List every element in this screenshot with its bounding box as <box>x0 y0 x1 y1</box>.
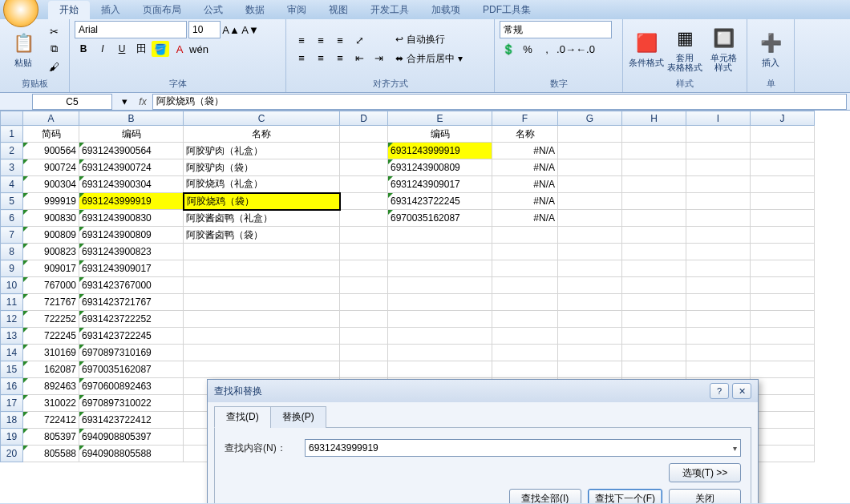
cell[interactable] <box>340 277 388 294</box>
row-header-11[interactable]: 11 <box>1 294 23 311</box>
row-header-4[interactable]: 4 <box>1 176 23 193</box>
cell[interactable] <box>340 361 388 378</box>
cell[interactable] <box>184 260 340 277</box>
cell[interactable]: 阿胶酱卤鸭（礼盒） <box>184 210 340 227</box>
col-header-B[interactable]: B <box>79 111 184 126</box>
fill-color-button[interactable]: 🪣 <box>152 41 169 57</box>
percent-button[interactable]: % <box>519 41 536 57</box>
cell[interactable]: #N/A <box>492 143 558 159</box>
cell[interactable] <box>558 143 622 159</box>
decrease-font-button[interactable]: A▼ <box>241 22 259 38</box>
cell[interactable]: 编码 <box>79 126 184 143</box>
cell[interactable] <box>492 345 558 361</box>
cell[interactable] <box>184 277 340 294</box>
cell[interactable]: 6931243909017 <box>79 260 184 277</box>
col-header-J[interactable]: J <box>751 111 815 126</box>
cell[interactable] <box>622 277 686 294</box>
cell[interactable] <box>751 143 815 159</box>
number-format-select[interactable] <box>500 21 612 38</box>
cell[interactable] <box>558 227 622 244</box>
underline-button[interactable]: U <box>113 41 131 57</box>
cell[interactable] <box>388 311 492 328</box>
row-header-1[interactable]: 1 <box>1 126 23 143</box>
cell[interactable] <box>340 311 388 328</box>
cell[interactable]: 892463 <box>23 378 79 395</box>
cell[interactable] <box>686 159 751 176</box>
row-header-16[interactable]: 16 <box>1 378 23 395</box>
decrease-indent-button[interactable]: ⇤ <box>350 50 368 66</box>
align-right-button[interactable]: ≡ <box>331 50 349 66</box>
cell[interactable]: 阿胶烧鸡（礼盒） <box>184 176 340 193</box>
cell[interactable] <box>558 126 622 143</box>
col-header-D[interactable]: D <box>340 111 388 126</box>
cell[interactable] <box>686 294 751 311</box>
cell[interactable] <box>751 126 815 143</box>
conditional-format-button[interactable]: 🟥条件格式 <box>628 22 665 75</box>
row-header-18[interactable]: 18 <box>1 412 23 429</box>
cell[interactable] <box>622 294 686 311</box>
cell[interactable] <box>751 193 815 210</box>
tab-formula[interactable]: 公式 <box>192 1 234 19</box>
cell[interactable] <box>340 244 388 260</box>
cell[interactable] <box>340 176 388 193</box>
copy-button[interactable]: ⧉ <box>45 41 63 57</box>
cell[interactable]: 6931423722245 <box>388 193 492 210</box>
cell[interactable]: 162087 <box>23 361 79 378</box>
name-box[interactable] <box>32 94 112 110</box>
cell[interactable] <box>622 345 686 361</box>
row-header-17[interactable]: 17 <box>1 395 23 412</box>
cell[interactable]: 722245 <box>23 328 79 345</box>
border-button[interactable]: 田 <box>132 41 150 57</box>
cell[interactable]: 6931243900809 <box>79 227 184 244</box>
cell[interactable]: 6931243909017 <box>388 176 492 193</box>
row-header-10[interactable]: 10 <box>1 277 23 294</box>
align-left-button[interactable]: ≡ <box>293 50 310 66</box>
col-header-I[interactable]: I <box>686 111 751 126</box>
cell[interactable] <box>558 345 622 361</box>
close-icon[interactable]: ✕ <box>732 383 751 399</box>
cell[interactable] <box>340 260 388 277</box>
find-what-input[interactable]: 6931243999919▾ <box>305 439 741 457</box>
cell[interactable] <box>686 345 751 361</box>
cell[interactable]: 900830 <box>23 210 79 227</box>
cell[interactable] <box>388 361 492 378</box>
chevron-down-icon[interactable]: ▾ <box>733 444 737 453</box>
cell[interactable]: 阿胶酱卤鸭（袋） <box>184 227 340 244</box>
cell[interactable]: 阿胶驴肉（礼盒） <box>184 143 340 159</box>
row-header-20[interactable]: 20 <box>1 446 23 462</box>
tab-addin[interactable]: 加载项 <box>420 1 472 19</box>
cell[interactable] <box>388 294 492 311</box>
tab-home[interactable]: 开始 <box>48 1 90 19</box>
cell[interactable]: 900724 <box>23 159 79 176</box>
cell[interactable]: 6931243999919 <box>79 193 184 210</box>
cell[interactable]: 6931423722252 <box>79 311 184 328</box>
cell[interactable] <box>622 159 686 176</box>
cell[interactable]: 6931243900830 <box>79 210 184 227</box>
row-header-8[interactable]: 8 <box>1 244 23 260</box>
cell[interactable] <box>558 361 622 378</box>
row-header-2[interactable]: 2 <box>1 143 23 159</box>
find-next-button[interactable]: 查找下一个(F) <box>588 489 662 503</box>
cell[interactable] <box>184 361 340 378</box>
increase-indent-button[interactable]: ⇥ <box>370 50 387 66</box>
wrap-text-button[interactable]: ↩自动换行 <box>392 30 466 48</box>
cell[interactable] <box>558 244 622 260</box>
cell[interactable] <box>751 395 815 412</box>
cell[interactable] <box>340 210 388 227</box>
increase-font-button[interactable]: A▲ <box>222 22 240 38</box>
cell[interactable]: 6931423767000 <box>79 277 184 294</box>
cell[interactable] <box>340 159 388 176</box>
cell[interactable] <box>492 260 558 277</box>
cell[interactable] <box>340 345 388 361</box>
cell[interactable] <box>388 260 492 277</box>
cell[interactable]: 767000 <box>23 277 79 294</box>
cell[interactable] <box>340 227 388 244</box>
find-all-button[interactable]: 查找全部(I) <box>509 489 581 503</box>
cell[interactable] <box>686 227 751 244</box>
cell[interactable] <box>558 210 622 227</box>
cell[interactable] <box>751 412 815 429</box>
row-header-12[interactable]: 12 <box>1 311 23 328</box>
help-button[interactable]: ? <box>710 383 729 399</box>
cell[interactable] <box>751 361 815 378</box>
cell[interactable]: 722412 <box>23 412 79 429</box>
